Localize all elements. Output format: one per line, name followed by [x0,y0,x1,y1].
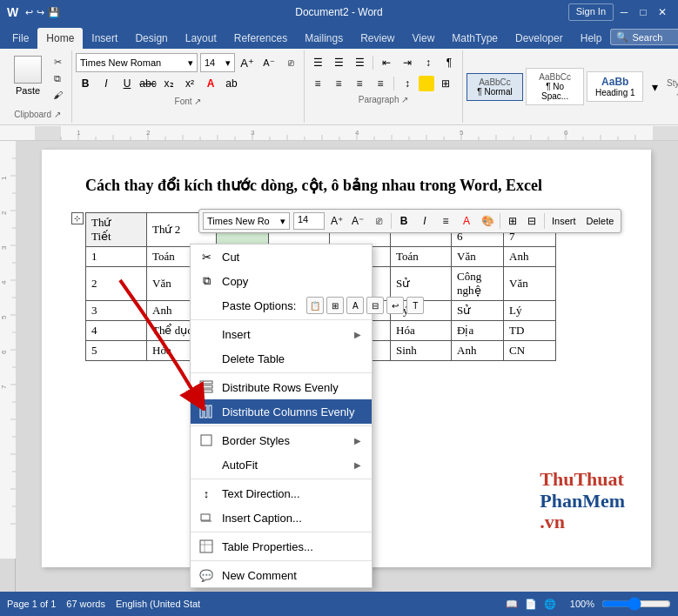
tab-file[interactable]: File [3,28,37,49]
bold-button[interactable]: B [76,74,95,93]
table-cell[interactable]: 1 [86,247,147,267]
borders-btn[interactable]: ⊞ [436,74,455,93]
paste-keep-text[interactable]: A [346,297,364,314]
search-box[interactable]: 🔍 Search [610,29,678,45]
ft-font-dropdown[interactable]: Times New Ro ▾ [203,212,290,230]
tab-review[interactable]: Review [352,28,403,49]
ft-bold-btn[interactable]: B [395,212,413,230]
sign-in-btn[interactable]: Sign In [568,3,614,21]
table-cell[interactable]: Hóa [391,321,452,341]
quick-access-undo[interactable]: ↩ [25,7,33,18]
table-cell[interactable]: Anh [504,247,556,267]
style-heading-btn[interactable]: AaBb Heading 1 [587,71,643,102]
view-read-btn[interactable]: 📖 [506,599,518,610]
tab-mathtype[interactable]: MathType [443,28,507,49]
ft-highlight-btn[interactable]: 🎨 [479,212,496,230]
table-cell[interactable]: Toán [391,247,452,267]
table-cell[interactable]: Sử [452,301,504,321]
table-cell[interactable]: Sử [391,267,452,301]
paste-plain[interactable]: T [406,297,424,314]
decrease-indent-btn[interactable]: ⇤ [377,53,396,72]
multilevel-btn[interactable]: ☰ [350,53,369,72]
table-cell[interactable]: 2 [86,267,147,301]
ft-increase-btn[interactable]: A⁺ [328,212,346,230]
close-btn[interactable]: ✕ [654,3,671,21]
ctx-distribute-rows[interactable]: Distribute Rows Evenly [191,375,372,399]
ft-insert-label[interactable]: Insert [548,214,580,228]
table-cell[interactable]: Văn [504,267,556,301]
zoom-slider[interactable] [601,599,671,609]
ft-color-btn[interactable]: A [458,212,475,230]
align-right-btn[interactable]: ≡ [350,74,369,93]
paste-overwrite[interactable]: ↩ [386,297,404,314]
ft-decrease-btn[interactable]: A⁻ [349,212,366,230]
font-color-btn[interactable]: A [201,74,220,93]
format-painter-button[interactable]: 🖌 [49,87,66,103]
table-cell[interactable]: Sinh [391,341,452,361]
table-cell[interactable]: Côngnghệ [452,267,504,301]
ctx-insert[interactable]: Insert ▶ [191,322,372,346]
copy-button[interactable]: ⧉ [49,70,66,86]
sort-btn[interactable]: ↕ [419,53,438,72]
quick-access-save[interactable]: 💾 [48,7,60,18]
ft-size-input[interactable]: 14 [293,212,325,230]
paste-merge-fmt[interactable]: ⊞ [326,297,344,314]
tab-developer[interactable]: Developer [507,28,572,49]
paste-button[interactable]: Paste [9,54,47,97]
ctx-table-props[interactable]: Table Properties... [191,534,372,559]
strikethrough-btn[interactable]: abc [138,74,158,93]
subscript-btn[interactable]: x₂ [159,74,178,93]
tab-references[interactable]: References [225,28,296,49]
superscript-btn[interactable]: x² [180,74,199,93]
tab-design[interactable]: Design [126,28,176,49]
tab-view[interactable]: View [404,28,444,49]
style-normal-btn[interactable]: AaBbCc ¶ Normal [467,73,523,101]
cut-button[interactable]: ✂ [49,54,66,70]
tab-insert[interactable]: Insert [83,28,126,49]
shading-btn[interactable] [419,76,434,91]
font-name-dropdown[interactable]: Times New Roman ▾ [76,53,198,72]
style-nospace-btn[interactable]: AaBbCc ¶ No Spac... [526,68,584,105]
table-cell[interactable]: Anh [452,341,504,361]
highlight-btn[interactable]: ab [222,74,241,93]
ft-table-style-btn[interactable]: ⊟ [523,212,540,230]
decrease-font-btn[interactable]: A⁻ [259,53,279,72]
line-spacing-btn[interactable]: ↕ [398,74,417,93]
justify-btn[interactable]: ≡ [371,74,390,93]
tab-layout[interactable]: Layout [177,28,225,49]
paste-nest-tbl[interactable]: ⊟ [366,297,384,314]
table-cell[interactable]: 5 [86,341,147,361]
ft-align-btn[interactable]: ≡ [437,212,454,230]
table-cell[interactable]: ThứTiết [86,213,147,247]
view-print-btn[interactable]: 📄 [525,599,537,610]
ctx-border-styles[interactable]: Border Styles ▶ [191,428,372,452]
table-cell[interactable]: Văn [452,247,504,267]
ctx-distribute-cols[interactable]: Distribute Columns Evenly [191,399,372,424]
minimize-btn[interactable]: ─ [615,3,633,21]
clear-format-btn[interactable]: ⎚ [281,53,300,72]
ft-table-grid-btn[interactable]: ⊞ [504,212,521,230]
ctx-autofit[interactable]: AutoFit ▶ [191,452,372,477]
numbering-btn[interactable]: ☰ [329,53,348,72]
italic-button[interactable]: I [97,74,116,93]
bullets-btn[interactable]: ☰ [308,53,327,72]
table-cell[interactable]: 4 [86,321,147,341]
tab-help[interactable]: Help [572,28,611,49]
table-cell[interactable]: 3 [86,301,147,321]
tab-home[interactable]: Home [37,28,83,49]
increase-indent-btn[interactable]: ⇥ [398,53,417,72]
align-center-btn[interactable]: ≡ [329,74,348,93]
table-cell[interactable]: TD [504,321,556,341]
styles-more-btn[interactable]: ▾ [646,61,663,113]
increase-font-btn[interactable]: A⁺ [238,53,257,72]
font-size-dropdown[interactable]: 14 ▾ [200,53,235,72]
ctx-copy[interactable]: ⧉ Copy [191,269,372,293]
ft-delete-label[interactable]: Delete [583,214,618,228]
quick-access-redo[interactable]: ↪ [37,7,44,18]
paste-keep-src[interactable]: 📋 [306,297,324,314]
table-cell[interactable]: Địa [452,321,504,341]
table-cell[interactable]: CN [504,341,556,361]
view-web-btn[interactable]: 🌐 [544,599,556,610]
ctx-new-comment[interactable]: 💬 New Comment [191,563,372,587]
tab-mailings[interactable]: Mailings [296,28,352,49]
